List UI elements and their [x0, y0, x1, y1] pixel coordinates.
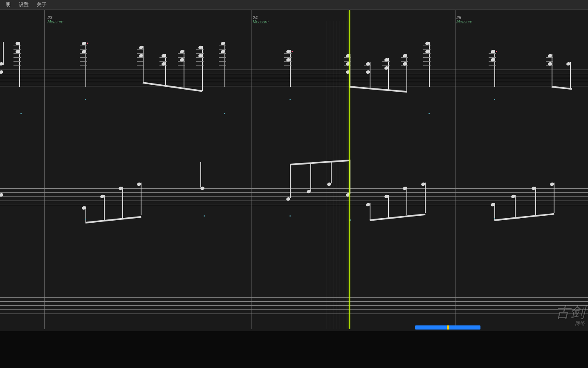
menu-settings[interactable]: 设置	[15, 0, 33, 10]
ledger	[219, 65, 226, 66]
ledger	[13, 45, 21, 45]
ledger	[546, 65, 553, 66]
ledger	[219, 61, 226, 62]
scroll-thumb[interactable]	[447, 325, 449, 330]
ledger	[178, 57, 185, 58]
measure-label-25: 25 Measure	[456, 16, 472, 24]
stem	[310, 163, 311, 191]
measure-text: Measure	[253, 20, 269, 24]
stem	[202, 46, 203, 91]
stem	[535, 187, 536, 215]
menubar: 明 设置 关于	[0, 0, 588, 10]
measure-text: Measure	[47, 20, 63, 24]
beam	[85, 216, 141, 224]
ledger	[489, 61, 496, 62]
expression-dot	[85, 219, 86, 220]
ledger	[219, 57, 226, 58]
ledger	[159, 65, 167, 66]
beam	[552, 86, 572, 90]
stem	[515, 195, 516, 218]
ledger	[137, 61, 144, 62]
stem	[165, 54, 166, 86]
ledger	[284, 57, 292, 58]
ledger	[13, 53, 21, 54]
ledger	[196, 61, 204, 62]
ledger	[13, 57, 21, 58]
ledger	[423, 57, 431, 58]
ledger	[344, 65, 351, 66]
stem	[388, 58, 389, 90]
stem	[406, 54, 407, 92]
ledger	[219, 49, 226, 50]
expression-dot	[290, 215, 291, 217]
ledger	[423, 45, 431, 45]
expression-dot	[350, 219, 351, 221]
beam	[494, 213, 554, 221]
ledger	[178, 61, 185, 62]
ledger	[401, 57, 408, 58]
stem	[350, 54, 350, 87]
ledger	[159, 61, 167, 62]
stem	[350, 160, 350, 194]
ledger	[546, 57, 553, 58]
ledger	[80, 57, 87, 58]
stem	[290, 165, 291, 198]
expression-dot	[20, 113, 22, 114]
stem	[104, 195, 105, 220]
ledger	[284, 65, 292, 66]
stem	[85, 42, 86, 87]
stem	[224, 42, 225, 87]
expression-dot	[290, 99, 291, 100]
beam	[370, 214, 426, 221]
playhead[interactable]	[349, 10, 350, 329]
stem	[3, 42, 4, 65]
ledger	[196, 53, 204, 54]
beam	[350, 86, 407, 93]
ledger	[284, 61, 292, 62]
stem	[122, 187, 123, 218]
stem	[429, 42, 430, 87]
stem	[425, 183, 426, 213]
ledger	[80, 53, 87, 54]
menu-item-1[interactable]: 明	[2, 0, 15, 10]
ledger	[137, 49, 144, 50]
menu-about[interactable]: 关于	[33, 0, 51, 10]
expression-dot	[224, 113, 225, 114]
highlight-dot	[292, 51, 293, 52]
ledger	[13, 61, 21, 62]
ledger	[137, 65, 144, 66]
ledger	[546, 61, 553, 62]
ledger	[423, 61, 431, 62]
ledger	[196, 57, 204, 58]
ledger	[344, 61, 351, 62]
stem	[494, 50, 495, 87]
ledger	[344, 57, 351, 58]
stem	[290, 50, 291, 87]
ledger	[423, 53, 431, 54]
beam	[143, 82, 202, 92]
measure-text: Measure	[456, 20, 472, 24]
ledger	[80, 49, 87, 50]
highlight-dot	[87, 43, 88, 44]
ledger	[159, 57, 167, 58]
ledger	[219, 53, 226, 54]
ledger	[489, 53, 496, 54]
score-area[interactable]: 23 Measure 24 Measure 25 Measure	[0, 10, 588, 329]
ledger	[80, 61, 87, 62]
ledger	[401, 65, 408, 66]
ledger	[284, 53, 292, 54]
stem	[370, 62, 370, 88]
measure-label-23: 23 Measure	[47, 16, 63, 24]
stem	[85, 206, 86, 223]
scroll-track[interactable]	[415, 325, 480, 330]
ledger	[423, 65, 431, 66]
stem	[570, 62, 571, 88]
stem	[370, 203, 370, 220]
barline	[456, 10, 456, 329]
stem	[143, 46, 144, 83]
barline	[251, 10, 251, 329]
ledger	[178, 65, 185, 66]
stem	[388, 195, 389, 218]
ledger	[401, 61, 408, 62]
ledger	[196, 49, 204, 50]
